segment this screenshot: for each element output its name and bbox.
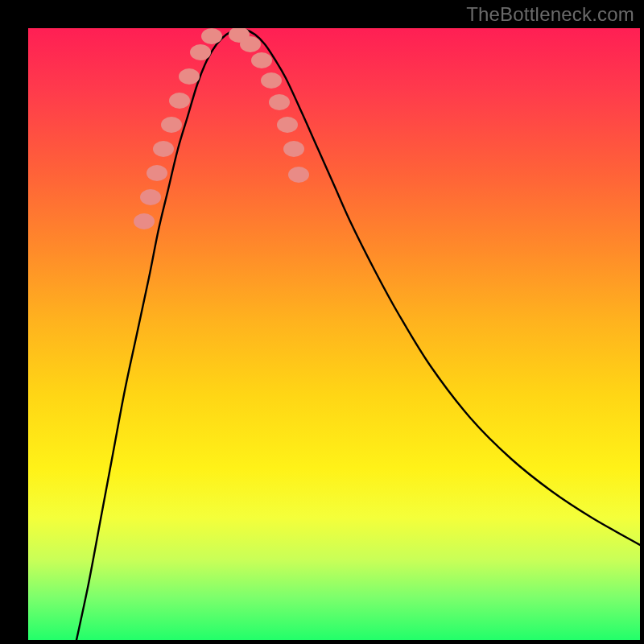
marker-blob — [134, 213, 155, 229]
watermark-text: TheBottleneck.com — [466, 3, 634, 26]
marker-blob — [201, 28, 222, 44]
marker-blob — [240, 36, 261, 52]
marker-blob — [277, 117, 298, 133]
bottleneck-curve — [76, 29, 640, 640]
chart-svg — [28, 28, 640, 640]
marker-blob — [269, 94, 290, 110]
marker-blob — [147, 165, 167, 181]
marker-blob — [179, 68, 200, 85]
marker-blob — [140, 189, 161, 205]
marker-blob — [153, 141, 174, 157]
marker-blob — [169, 93, 190, 109]
marker-blob — [283, 141, 304, 157]
chart-frame: TheBottleneck.com — [0, 0, 644, 644]
marker-blob — [261, 72, 282, 89]
marker-blob — [288, 167, 309, 183]
marker-blob — [251, 52, 272, 68]
marker-blob — [190, 44, 211, 60]
marker-blob — [161, 117, 182, 133]
